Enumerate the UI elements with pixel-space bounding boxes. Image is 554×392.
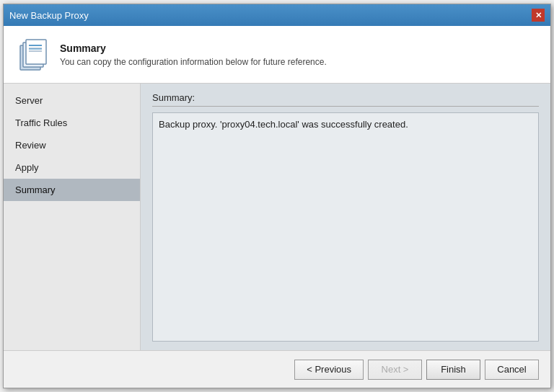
- summary-text: Backup proxy. 'proxy04.tech.local' was s…: [159, 119, 408, 130]
- sidebar-item-apply[interactable]: Apply: [4, 156, 140, 179]
- title-bar: New Backup Proxy ✕: [4, 4, 550, 26]
- header-subtitle: You can copy the configuration informati…: [60, 57, 327, 67]
- header-icon: [15, 37, 50, 72]
- header-title: Summary: [60, 43, 327, 54]
- content-area: Server Traffic Rules Review Apply Summar…: [4, 84, 550, 350]
- sidebar-item-review[interactable]: Review: [4, 134, 140, 156]
- main-content: Summary: Backup proxy. 'proxy04.tech.loc…: [141, 84, 550, 350]
- summary-box: Backup proxy. 'proxy04.tech.local' was s…: [152, 112, 539, 342]
- sidebar-item-summary[interactable]: Summary: [4, 179, 140, 201]
- close-button[interactable]: ✕: [532, 9, 545, 22]
- header-area: Summary You can copy the configuration i…: [4, 26, 550, 84]
- dialog: New Backup Proxy ✕ Summary You can copy …: [3, 4, 551, 388]
- footer: < Previous Next > Finish Cancel: [4, 350, 550, 388]
- svg-rect-2: [26, 40, 46, 64]
- dialog-title: New Backup Proxy: [9, 10, 89, 21]
- cancel-button[interactable]: Cancel: [485, 360, 539, 380]
- sidebar-item-server[interactable]: Server: [4, 89, 140, 112]
- next-button[interactable]: Next >: [368, 360, 422, 380]
- header-text: Summary You can copy the configuration i…: [60, 43, 327, 67]
- finish-button[interactable]: Finish: [426, 360, 480, 380]
- summary-label: Summary:: [152, 92, 539, 107]
- sidebar: Server Traffic Rules Review Apply Summar…: [4, 84, 141, 350]
- previous-button[interactable]: < Previous: [294, 360, 364, 380]
- sidebar-item-traffic-rules[interactable]: Traffic Rules: [4, 112, 140, 134]
